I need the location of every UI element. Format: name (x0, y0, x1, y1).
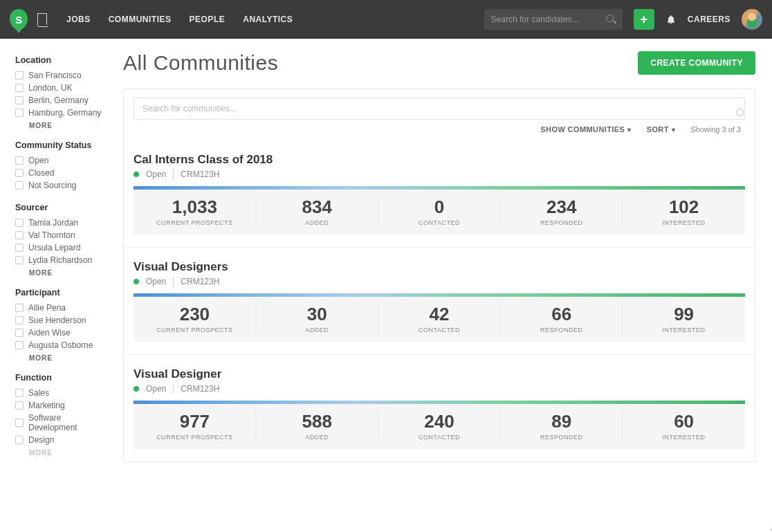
stat-label: INTERESTED (625, 219, 742, 226)
stat-label: CONTACTED (381, 327, 498, 333)
checkbox-icon[interactable] (15, 156, 24, 165)
checkbox-icon[interactable] (15, 84, 24, 92)
community-row[interactable]: Visual DesignersOpenCRM123H230CURRENT PR… (124, 247, 755, 354)
stat-value: 42 (381, 304, 498, 325)
filter-item[interactable]: Lydia Richardson (15, 254, 108, 266)
main-content: All Communities CREATE COMMUNITY Search … (118, 39, 772, 532)
filter-item[interactable]: Tamia Jordan (15, 217, 108, 229)
checkbox-icon[interactable] (15, 256, 24, 264)
filter-more-link[interactable]: MORE (15, 122, 108, 129)
filter-item-label: Berlin, Germany (28, 95, 89, 105)
filter-item[interactable]: London, UK (15, 82, 108, 94)
search-placeholder: Search for candidates... (491, 15, 579, 24)
stat-value: 66 (503, 304, 620, 325)
filter-title: Location (15, 55, 108, 65)
add-button[interactable]: + (634, 9, 654, 30)
checkbox-icon[interactable] (15, 401, 24, 410)
search-candidates-input[interactable]: Search for candidates... (484, 9, 623, 30)
status-dot-icon (134, 386, 139, 392)
community-title: Cal Interns Class of 2018 (134, 153, 745, 167)
filter-item[interactable]: Design (15, 434, 108, 446)
filter-item[interactable]: Berlin, Germany (15, 94, 108, 107)
stat-label: ADDED (259, 327, 376, 333)
filter-title: Function (15, 373, 108, 383)
checkbox-icon[interactable] (15, 316, 24, 324)
filter-group: ParticipantAllie PenaSue HendersonAiden … (15, 288, 108, 362)
bookmark-icon[interactable] (37, 13, 47, 26)
checkbox-icon[interactable] (15, 244, 24, 252)
filter-item[interactable]: Marketing (15, 399, 108, 412)
checkbox-icon[interactable] (15, 219, 24, 227)
checkbox-icon[interactable] (15, 231, 24, 239)
nav-analytics[interactable]: ANALYTICS (243, 15, 293, 24)
checkbox-icon[interactable] (15, 96, 24, 104)
filter-item[interactable]: Aiden Wise (15, 327, 108, 339)
filter-item[interactable]: Ursula Lepard (15, 241, 108, 254)
filter-item[interactable]: Closed (15, 167, 108, 179)
filter-group: Community StatusOpenClosedNot Sourcing (15, 140, 108, 192)
filter-item-label: Not Sourcing (28, 181, 76, 190)
bell-icon[interactable] (665, 14, 677, 25)
filter-item[interactable]: Allie Pena (15, 302, 108, 314)
filter-item[interactable]: Not Sourcing (15, 179, 108, 192)
checkbox-icon[interactable] (15, 341, 24, 349)
nav-jobs[interactable]: JOBS (66, 15, 91, 24)
filter-item-label: Ursula Lepard (28, 243, 80, 253)
community-title: Visual Designers (134, 260, 745, 274)
show-communities-dropdown[interactable]: SHOW COMMUNITIES▾ (540, 125, 631, 134)
search-communities-placeholder: Search for communities... (143, 104, 237, 113)
checkbox-icon[interactable] (15, 389, 24, 397)
filter-item[interactable]: Hamburg, Germany (15, 107, 108, 119)
checkbox-icon[interactable] (15, 436, 24, 444)
nav-links: JOBS COMMUNITIES PEOPLE ANALYTICS (66, 15, 293, 24)
stat-value: 60 (625, 411, 742, 432)
sort-dropdown[interactable]: SORT▾ (647, 125, 676, 134)
filter-item[interactable]: Sales (15, 387, 108, 399)
nav-people[interactable]: PEOPLE (190, 15, 226, 24)
stat-cell: 234RESPONDED (500, 190, 623, 235)
checkbox-icon[interactable] (15, 329, 24, 337)
stat-cell: 89RESPONDED (500, 404, 623, 449)
stat-label: CURRENT PROSPECTS (136, 219, 253, 226)
checkbox-icon[interactable] (15, 181, 24, 190)
filter-item[interactable]: Software Development (15, 412, 108, 434)
stat-label: INTERESTED (625, 434, 742, 441)
stat-cell: 30ADDED (256, 297, 378, 342)
stat-value: 234 (503, 196, 620, 218)
filter-item[interactable]: Val Thornton (15, 229, 108, 241)
checkbox-icon[interactable] (15, 169, 24, 177)
app-logo[interactable]: S (10, 9, 28, 30)
filter-item[interactable]: Augusta Osborne (15, 339, 108, 351)
filter-item[interactable]: San Francisco (15, 69, 108, 82)
stat-value: 102 (625, 196, 742, 218)
filter-item-label: Tamia Jordan (28, 218, 78, 228)
avatar[interactable] (742, 9, 762, 30)
stat-cell: 0CONTACTED (378, 190, 501, 235)
stat-value: 0 (381, 196, 498, 218)
filter-more-link[interactable]: MORE (15, 269, 108, 277)
community-row[interactable]: Visual DesignerOpenCRM123H977CURRENT PRO… (124, 354, 755, 461)
stats-row: 1,033CURRENT PROSPECTS834ADDED0CONTACTED… (134, 190, 745, 235)
careers-link[interactable]: CAREERS (688, 15, 730, 24)
top-nav: S JOBS COMMUNITIES PEOPLE ANALYTICS Sear… (0, 0, 772, 39)
stat-label: RESPONDED (503, 434, 620, 441)
filter-item[interactable]: Sue Henderson (15, 314, 108, 327)
community-row[interactable]: Cal Interns Class of 2018OpenCRM123H1,03… (124, 140, 755, 247)
stat-value: 99 (625, 304, 742, 325)
search-communities-input[interactable]: Search for communities... (134, 98, 745, 120)
stat-cell: 99INTERESTED (623, 297, 745, 342)
filter-item-label: Val Thornton (28, 230, 75, 240)
checkbox-icon[interactable] (15, 71, 24, 80)
community-code: CRM123H (181, 169, 219, 179)
filter-more-link[interactable]: MORE (15, 354, 108, 362)
nav-communities[interactable]: COMMUNITIES (109, 15, 172, 24)
create-community-button[interactable]: CREATE COMMUNITY (638, 51, 755, 75)
checkbox-icon[interactable] (15, 419, 24, 427)
checkbox-icon[interactable] (15, 109, 24, 117)
filter-more-link[interactable]: MORE (15, 449, 108, 457)
checkbox-icon[interactable] (15, 304, 24, 312)
stat-cell: 230CURRENT PROSPECTS (134, 297, 256, 342)
filter-item[interactable]: Open (15, 154, 108, 167)
stat-value: 834 (259, 196, 376, 218)
stats-row: 230CURRENT PROSPECTS30ADDED42CONTACTED66… (134, 297, 745, 342)
